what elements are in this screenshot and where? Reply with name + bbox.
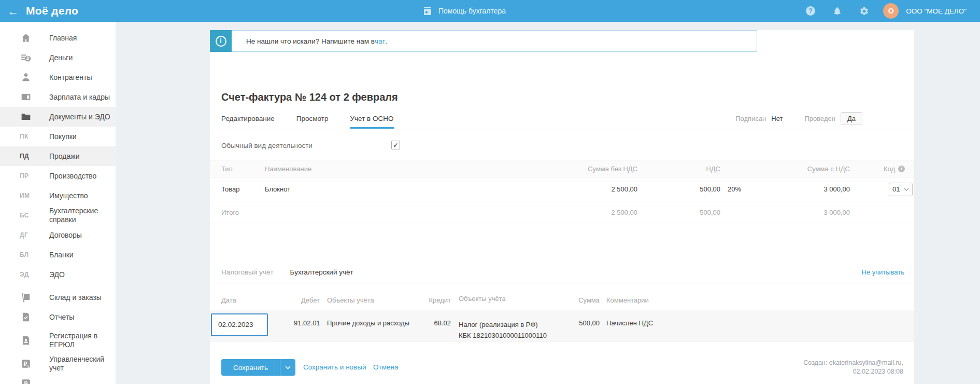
status-group: Подписан Нет Проведен Да: [735, 108, 862, 129]
tab-book-accounting[interactable]: Бухгалтерский учёт: [290, 268, 353, 276]
sidebar-item-salary[interactable]: Зарплата и кадры: [0, 87, 116, 107]
subitem-label: ЭДО: [49, 270, 65, 279]
help-icon[interactable]: ?: [806, 6, 815, 16]
activity-label: Обычный вид деятельности: [221, 142, 313, 149]
ignore-link[interactable]: Не учитывать: [862, 268, 905, 276]
subitem-label: Имущество: [49, 191, 88, 200]
signed-label: Подписан: [735, 115, 766, 122]
code-select[interactable]: 01: [889, 183, 913, 196]
info-banner-square: i: [210, 30, 232, 52]
sidebar: Главная ₽ Деньги Контрагенты Зарплата и …: [0, 22, 116, 384]
col-sum-with-vat: Сумма с НДС: [751, 165, 850, 173]
entry-debit: 91.02.01: [294, 310, 320, 327]
entry-sum: 500,00: [570, 310, 600, 327]
main-content: i Не нашли что искали? Напишите нам в ча…: [210, 30, 914, 384]
sidebar-item-documents[interactable]: Документы и ЭДО: [0, 107, 116, 127]
svg-text:₽: ₽: [26, 56, 30, 61]
posted-value-badge[interactable]: Да: [841, 112, 862, 125]
sidebar-item-money[interactable]: ₽ Деньги: [0, 48, 116, 67]
money-icon: ₽: [21, 52, 31, 63]
sidebar-item-label: Склад и заказы: [49, 293, 102, 302]
topbar-right: ? O ООО "МОЕ ДЕЛО": [806, 0, 980, 22]
avatar[interactable]: O: [883, 3, 899, 19]
sidebar-subitem-forms[interactable]: БЛ Бланки: [0, 245, 116, 265]
warehouse-icon: [21, 292, 31, 303]
created-datetime: 02.02.2023 08:08: [803, 367, 903, 376]
sidebar-item-reports[interactable]: Отчеты: [0, 307, 116, 327]
subitem-abbr: ДГ: [20, 231, 33, 239]
item-sum-with-vat: 3 000,00: [751, 185, 850, 193]
tab-view[interactable]: Просмотр: [296, 108, 329, 129]
gear-icon[interactable]: [859, 6, 869, 16]
home-icon: [21, 33, 31, 43]
app-logo[interactable]: Моё дело: [26, 5, 78, 17]
save-dropdown-button[interactable]: [280, 359, 295, 376]
col-code: Код i: [850, 165, 914, 173]
tab-osno-accounting[interactable]: Учет в ОСНО: [350, 108, 394, 129]
code-select-value: 01: [892, 185, 900, 193]
ruble-doc-icon: Р: [21, 378, 31, 384]
col-code-label: Код: [884, 165, 895, 173]
tab-editing[interactable]: Редактирование: [221, 108, 275, 129]
cancel-link[interactable]: Отмена: [373, 359, 398, 376]
chat-link[interactable]: чат: [375, 37, 385, 45]
sidebar-item-partial[interactable]: Р: [0, 374, 116, 384]
sidebar-item-management[interactable]: ₽ Управленческий учет: [0, 354, 116, 374]
item-sum-no-vat: 2 500,00: [521, 185, 637, 193]
subitem-abbr: ПД: [20, 153, 33, 160]
total-vat: 500,00: [637, 209, 720, 216]
subitem-abbr: ИМ: [20, 192, 33, 199]
sidebar-item-contractors[interactable]: Контрагенты: [0, 67, 116, 87]
sidebar-item-label: Регистрация в ЕГРЮЛ: [49, 332, 112, 349]
col-sum-no-vat: Сумма без НДС: [521, 165, 637, 173]
item-name: Блокнот: [265, 185, 521, 193]
sidebar-subitem-contracts[interactable]: ДГ Договоры: [0, 225, 116, 245]
back-arrow-icon[interactable]: ←: [8, 6, 19, 17]
activity-checkbox[interactable]: ✓: [391, 141, 400, 149]
col-vat: НДС: [637, 165, 720, 173]
code-info-icon[interactable]: i: [898, 166, 905, 172]
sidebar-subitem-production[interactable]: ПР Производство: [0, 166, 116, 186]
sidebar-item-label: Главная: [49, 34, 77, 43]
accounting-tabs: Налоговый учёт Бухгалтерский учёт Не учи…: [210, 262, 914, 283]
sidebar-subitem-edo[interactable]: ЭД ЭДО: [0, 265, 116, 284]
salary-icon: [21, 92, 31, 102]
items-table-total: Итого 2 500,00 500,00 3 000,00: [210, 201, 914, 224]
subitem-label: Продажи: [49, 152, 79, 161]
col-credit: Кредит: [428, 296, 451, 304]
save-split-button[interactable]: Сохранить: [221, 359, 295, 376]
date-input[interactable]: 02.02.2023: [211, 313, 268, 336]
accountant-help-label: Помощь бухгалтера: [438, 7, 506, 15]
reports-icon: [21, 312, 31, 322]
total-label: Итого: [210, 209, 265, 216]
sidebar-subitem-accounting-certificates[interactable]: БС Бухгалтерские справки: [0, 205, 116, 225]
subitem-label: Договоры: [49, 231, 82, 240]
info-banner-text: Не нашли что искали? Напишите нам в: [246, 37, 375, 45]
sidebar-subitem-property[interactable]: ИМ Имущество: [0, 186, 116, 205]
entries-table-row: 02.02.2023 91.02.01 Прочие доходы и расх…: [210, 310, 914, 341]
organization-name[interactable]: ООО "МОЕ ДЕЛО": [906, 7, 967, 15]
sidebar-subitem-purchases[interactable]: ПК Покупки: [0, 127, 116, 146]
sidebar-item-home[interactable]: Главная: [0, 28, 116, 48]
sidebar-item-label: Деньги: [49, 53, 73, 62]
sidebar-subitem-sales[interactable]: ПД Продажи: [0, 146, 116, 166]
sidebar-item-warehouse[interactable]: Склад и заказы: [0, 287, 116, 307]
entry-credit: 68.02: [428, 310, 451, 327]
sidebar-item-registration[interactable]: Регистрация в ЕГРЮЛ: [0, 327, 116, 354]
documents-folder-icon: [21, 112, 31, 122]
save-and-new-link[interactable]: Сохранить и новый: [303, 359, 366, 376]
entry-debit-objects: Прочие доходы и расходы: [320, 310, 428, 327]
save-button[interactable]: Сохранить: [221, 359, 280, 376]
accountant-help-button[interactable]: Помощь бухгалтера: [422, 0, 506, 22]
entry-comment: Начислен НДС: [600, 310, 914, 327]
subitem-abbr: ЭД: [20, 271, 33, 278]
info-banner-period: .: [385, 37, 387, 45]
info-banner-body: Не нашли что искали? Напишите нам в чат …: [232, 30, 757, 52]
subitem-label: Покупки: [49, 132, 77, 141]
item-vat-rate: 20%: [720, 185, 751, 193]
registration-icon: [21, 335, 31, 346]
tab-tax-accounting[interactable]: Налоговый учёт: [221, 268, 274, 276]
bell-icon[interactable]: [832, 6, 842, 16]
item-code-cell: 01: [850, 183, 914, 196]
items-table-row: Товар Блокнот 2 500,00 500,00 20% 3 000,…: [210, 177, 914, 201]
